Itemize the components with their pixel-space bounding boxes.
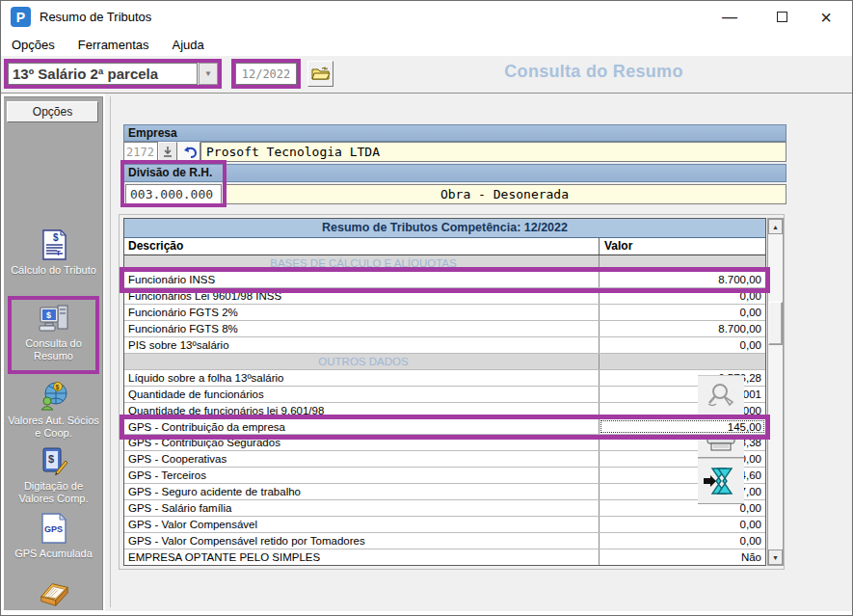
tax-table: Resumo de Tributos Competência: 12/2022 …: [123, 218, 766, 566]
maximize-icon: [777, 12, 787, 22]
table-section-row: OUTROS DADOS: [124, 354, 765, 370]
row-description: Quantidade de funcionários lei 9.601/98: [124, 403, 600, 418]
row-value[interactable]: 0,00: [600, 288, 765, 304]
arrow-down-bar-icon: [163, 147, 173, 157]
menu-ferramentas[interactable]: Ferramentas: [78, 38, 149, 52]
row-value[interactable]: 0,00: [600, 517, 765, 532]
titlebar: P Resumo de Tributos — ×: [1, 1, 852, 33]
preview-button[interactable]: [698, 375, 744, 415]
sidebar-header-button[interactable]: Opções: [7, 101, 98, 122]
undo-arrow-icon: [183, 147, 197, 158]
app-window: P Resumo de Tributos — × Opções Ferramen…: [0, 0, 853, 616]
sidebar-item-label: Digitação de Valores Comp.: [8, 480, 100, 505]
undo-button[interactable]: [178, 142, 200, 162]
divisao-name-field[interactable]: Obra - Desonerada: [223, 184, 786, 204]
table-header-row: Descrição Valor: [124, 238, 765, 255]
row-value[interactable]: 0,00: [600, 305, 765, 320]
svg-text:$: $: [48, 453, 54, 465]
menu-ajuda[interactable]: Ajuda: [173, 38, 204, 52]
screen-title: Consulta do Resumo: [415, 62, 772, 82]
table-row[interactable]: Quantidade de funcionários000001: [124, 387, 765, 403]
table-row[interactable]: Quantidade de funcionários lei 9.601/980…: [124, 403, 765, 419]
close-button[interactable]: ×: [806, 1, 846, 33]
empresa-name-field[interactable]: Prosoft Tecnologia LTDA: [200, 142, 786, 162]
row-description: GPS - Valor Compensável: [124, 517, 600, 532]
table-section-row: BASES DE CÁLCULO E ALÍQUOTAS: [124, 255, 765, 272]
open-folder-icon: [311, 67, 331, 81]
svg-text:$: $: [55, 384, 59, 391]
table-row[interactable]: Funcionário INSS8.700,00: [124, 272, 765, 288]
row-description: Funcionário FGTS 2%: [124, 305, 600, 320]
table-row[interactable]: GPS - Valor Compensável retido por Tomad…: [124, 533, 765, 549]
competence-annotation-box: 12/2022: [231, 59, 301, 89]
sidebar-item-label: GPS Acumulada: [8, 548, 100, 560]
chevron-down-icon[interactable]: ▼: [199, 63, 218, 85]
svg-text:$: $: [46, 310, 51, 320]
divisao-code-field[interactable]: 003.000.000: [125, 184, 222, 204]
scrollbar-thumb[interactable]: [768, 302, 783, 345]
sidebar-item-digitacao-valores[interactable]: $ Digitação de Valores Comp.: [4, 444, 103, 505]
row-value[interactable]: 0,00: [600, 533, 765, 549]
svg-text:GPS: GPS: [44, 524, 63, 534]
scroll-down-icon[interactable]: ▼: [768, 549, 783, 565]
tax-table-rows: BASES DE CÁLCULO E ALÍQUOTASFuncionário …: [124, 255, 765, 565]
row-description: BASES DE CÁLCULO E ALÍQUOTAS: [124, 255, 600, 271]
export-excel-button[interactable]: [698, 458, 744, 504]
row-description: Quantidade de funcionários: [124, 387, 600, 402]
row-description: GPS - Valor Compensável retido por Tomad…: [124, 533, 600, 549]
toolbar: 13º Salário 2ª parcela ▼ 12/2022 Consult…: [1, 56, 852, 94]
empresa-label: Empresa: [128, 126, 177, 140]
row-description: Líquido sobre a folha 13ºsalário: [124, 370, 600, 386]
sidebar-item-calculo-do-tributo[interactable]: $ T Cálculo do Tributo: [4, 228, 103, 277]
divisao-section-header: Divisão de R.H.: [123, 164, 786, 182]
table-row[interactable]: GPS - Cooperativas0,00: [124, 451, 765, 468]
open-button[interactable]: [307, 61, 333, 87]
table-row[interactable]: GPS - Contribuição Segurados828,38: [124, 435, 765, 451]
menu-opcoes[interactable]: Opções: [12, 38, 55, 52]
row-description: PIS sobre 13ºsalário: [124, 337, 600, 353]
empresa-section-header: Empresa: [123, 124, 786, 142]
row-description: EMPRESA OPTANTE PELO SIMPLES: [124, 549, 600, 565]
period-combobox[interactable]: 13º Salário 2ª parcela: [8, 63, 198, 85]
row-value[interactable]: 145,00: [600, 419, 765, 435]
period-annotation-box: 13º Salário 2ª parcela ▼: [4, 59, 222, 89]
table-row[interactable]: Líquido sobre a folha 13ºsalário6.576,28: [124, 370, 765, 387]
minimize-button[interactable]: —: [709, 1, 750, 33]
table-row[interactable]: GPS - Valor Compensável0,00: [124, 517, 765, 533]
row-value[interactable]: 8.700,00: [600, 272, 765, 287]
table-row[interactable]: PIS sobre 13ºsalário0,00: [124, 337, 765, 354]
sidebar-item-valores-aut[interactable]: $ Valores Aut. Sócios e Coop.: [4, 379, 103, 440]
computer-dollar-icon: $: [38, 302, 70, 335]
table-row[interactable]: GPS - Salário família0,00: [124, 500, 765, 517]
row-description: Funcionário INSS: [124, 272, 600, 287]
row-value[interactable]: 0,00: [600, 337, 765, 353]
table-row[interactable]: GPS - Seguro acidente de trabalho87,00: [124, 484, 765, 500]
row-value[interactable]: 8.700,00: [600, 321, 765, 336]
table-row[interactable]: Funcionários Lei 9601/98 INSS0,00: [124, 288, 765, 305]
row-description: GPS - Terceiros: [124, 468, 600, 483]
competence-input[interactable]: 12/2022: [235, 63, 297, 85]
table-row[interactable]: Funcionário FGTS 2%0,00: [124, 305, 765, 321]
table-row[interactable]: EMPRESA OPTANTE PELO SIMPLESNão: [124, 549, 765, 565]
row-description: Funcionários Lei 9601/98 INSS: [124, 288, 600, 304]
scroll-up-icon[interactable]: ▲: [768, 219, 783, 234]
sidebar-item-digitacao-faturamento[interactable]: Digitação de Faturamento: [4, 577, 103, 616]
lookup-button[interactable]: [158, 142, 177, 162]
table-row[interactable]: GPS - Contribuição da empresa145,00: [124, 419, 765, 436]
sidebar-item-label: Cálculo do Tributo: [8, 264, 100, 277]
ledger-pen-icon: $: [38, 444, 70, 477]
sidebar-item-consulta-do-resumo[interactable]: $ Consulta do Resumo: [4, 302, 103, 362]
column-header-valor[interactable]: Valor: [600, 238, 765, 254]
table-scrollbar[interactable]: ▲ ▼: [767, 218, 784, 566]
column-header-descricao[interactable]: Descrição: [124, 238, 600, 254]
divisao-label: Divisão de R.H.: [128, 166, 212, 179]
row-description: GPS - Seguro acidente de trabalho: [124, 484, 600, 499]
empresa-code-field[interactable]: 2172: [123, 142, 158, 162]
tax-calc-document-icon: $ T: [38, 228, 70, 261]
table-row[interactable]: Funcionário FGTS 8%8.700,00: [124, 321, 765, 337]
maximize-button[interactable]: [761, 1, 802, 33]
row-value[interactable]: Não: [600, 549, 765, 565]
sidebar-item-gps-acumulada[interactable]: GPS GPS Acumulada: [4, 512, 103, 560]
tax-table-panel: Resumo de Tributos Competência: 12/2022 …: [119, 214, 785, 570]
table-row[interactable]: GPS - Terceiros504,60: [124, 468, 765, 484]
